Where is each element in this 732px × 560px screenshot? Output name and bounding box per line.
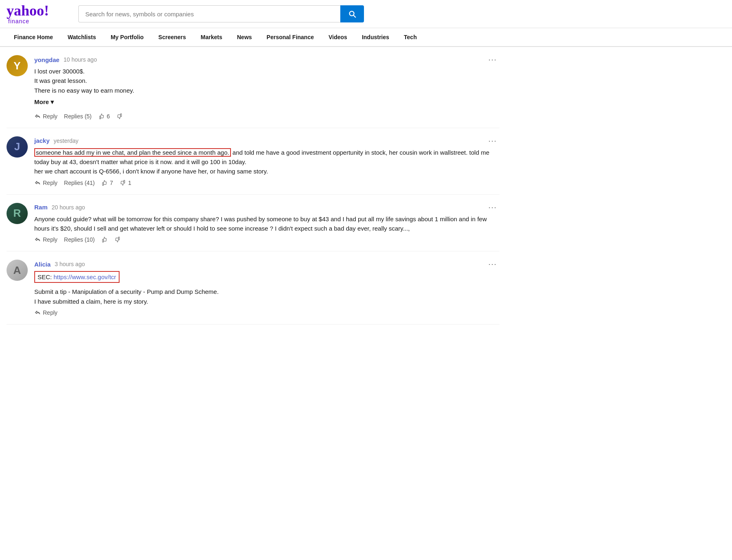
comment-ram: R Ram 20 hours ago ··· Anyone could guid… bbox=[7, 195, 499, 252]
avatar-jacky: J bbox=[7, 136, 28, 158]
yahoo-logo: yahoo! bbox=[7, 3, 49, 18]
comments-section: Y yongdae 10 hours ago ··· I lost over 3… bbox=[0, 47, 506, 324]
comment-actions-ram: Reply Replies (10) bbox=[34, 236, 499, 243]
reply-button-yongdae[interactable]: Reply bbox=[34, 113, 58, 120]
replies-count-ram: Replies (10) bbox=[64, 236, 95, 243]
comment-actions-alicia: Reply bbox=[34, 309, 499, 316]
comment-header-jacky: jacky yesterday ··· bbox=[34, 136, 499, 145]
reply-button-alicia[interactable]: Reply bbox=[34, 309, 58, 316]
reply-icon bbox=[34, 236, 41, 243]
author-ram: Ram bbox=[34, 204, 48, 211]
more-options-button-yongdae[interactable]: ··· bbox=[486, 55, 499, 64]
author-alicia: Alicia bbox=[34, 261, 51, 268]
time-ram: 20 hours ago bbox=[52, 204, 85, 211]
replies-count-jacky: Replies (41) bbox=[64, 180, 95, 186]
comment-text-ram: Anyone could guide? what will be tomorro… bbox=[34, 214, 499, 233]
more-options-button-jacky[interactable]: ··· bbox=[486, 136, 499, 145]
nav-industries[interactable]: Industries bbox=[355, 28, 397, 46]
avatar-yongdae: Y bbox=[7, 55, 28, 76]
page-header: yahoo! finance bbox=[0, 0, 732, 28]
nav-personal-finance[interactable]: Personal Finance bbox=[259, 28, 321, 46]
comment-text-alicia: SEC: https://www.sec.gov/tcr Submit a ti… bbox=[34, 271, 499, 306]
search-icon bbox=[348, 9, 357, 18]
reply-icon bbox=[34, 180, 41, 186]
main-nav: Finance Home Watchlists My Portfolio Scr… bbox=[0, 28, 732, 47]
reply-icon bbox=[34, 113, 41, 120]
more-options-button-ram[interactable]: ··· bbox=[486, 203, 499, 212]
search-bar bbox=[78, 5, 364, 22]
nav-news[interactable]: News bbox=[230, 28, 260, 46]
comment-alicia: A Alicia 3 hours ago ··· SEC: https://ww… bbox=[7, 251, 499, 324]
thumbup-icon bbox=[101, 236, 108, 243]
comment-text-yongdae: I lost over 30000$. It was great lesson.… bbox=[34, 67, 499, 95]
more-toggle-yongdae[interactable]: More ▾ bbox=[34, 98, 54, 106]
nav-screeners[interactable]: Screeners bbox=[151, 28, 193, 46]
like-button-jacky[interactable]: 7 bbox=[101, 180, 113, 186]
comment-body-yongdae: yongdae 10 hours ago ··· I lost over 300… bbox=[34, 55, 499, 120]
nav-my-portfolio[interactable]: My Portfolio bbox=[103, 28, 151, 46]
reply-button-ram[interactable]: Reply bbox=[34, 236, 58, 243]
comment-body-jacky: jacky yesterday ··· someone has add my i… bbox=[34, 136, 499, 186]
time-jacky: yesterday bbox=[54, 138, 79, 144]
nav-watchlists[interactable]: Watchlists bbox=[60, 28, 104, 46]
dislike-button-ram[interactable] bbox=[114, 236, 121, 243]
author-yongdae: yongdae bbox=[34, 56, 60, 63]
search-input[interactable] bbox=[78, 5, 340, 22]
comment-header-ram: Ram 20 hours ago ··· bbox=[34, 203, 499, 212]
comment-header-alicia: Alicia 3 hours ago ··· bbox=[34, 260, 499, 269]
nav-videos[interactable]: Videos bbox=[321, 28, 355, 46]
dislike-button-jacky[interactable]: 1 bbox=[120, 180, 131, 186]
sec-prefix: SEC: bbox=[38, 273, 53, 280]
comment-header-yongdae: yongdae 10 hours ago ··· bbox=[34, 55, 499, 64]
finance-label: finance bbox=[8, 18, 29, 24]
dislike-button-yongdae[interactable] bbox=[116, 113, 123, 120]
thumbdown-icon bbox=[116, 113, 123, 120]
search-button[interactable] bbox=[340, 5, 364, 22]
comment-actions-jacky: Reply Replies (41) 7 1 bbox=[34, 180, 499, 186]
thumbdown-icon bbox=[120, 180, 126, 186]
sec-box: SEC: https://www.sec.gov/tcr bbox=[34, 271, 120, 283]
thumbdown-icon bbox=[114, 236, 121, 243]
nav-finance-home[interactable]: Finance Home bbox=[7, 28, 60, 46]
comment-yongdae: Y yongdae 10 hours ago ··· I lost over 3… bbox=[7, 47, 499, 128]
thumbup-icon bbox=[101, 180, 108, 186]
like-button-ram[interactable] bbox=[101, 236, 108, 243]
avatar-ram: R bbox=[7, 203, 28, 224]
time-yongdae: 10 hours ago bbox=[64, 56, 97, 63]
more-options-button-alicia[interactable]: ··· bbox=[486, 260, 499, 269]
logo: yahoo! finance bbox=[7, 3, 72, 24]
thumbup-icon bbox=[98, 113, 105, 120]
comment-body-ram: Ram 20 hours ago ··· Anyone could guide?… bbox=[34, 203, 499, 243]
replies-count-yongdae: Replies (5) bbox=[64, 113, 92, 120]
reply-button-jacky[interactable]: Reply bbox=[34, 180, 58, 186]
nav-markets[interactable]: Markets bbox=[193, 28, 230, 46]
comment-actions-yongdae: Reply Replies (5) 6 bbox=[34, 113, 499, 120]
time-alicia: 3 hours ago bbox=[55, 261, 85, 267]
comment-text-jacky: someone has add my in we chat, and plan … bbox=[34, 148, 499, 176]
like-button-yongdae[interactable]: 6 bbox=[98, 113, 110, 120]
comment-body-alicia: Alicia 3 hours ago ··· SEC: https://www.… bbox=[34, 260, 499, 316]
avatar-alicia: A bbox=[7, 260, 28, 281]
author-jacky: jacky bbox=[34, 137, 50, 144]
nav-tech[interactable]: Tech bbox=[397, 28, 424, 46]
comment-jacky: J jacky yesterday ··· someone has add my… bbox=[7, 128, 499, 195]
sec-link[interactable]: https://www.sec.gov/tcr bbox=[53, 273, 116, 280]
highlighted-text-jacky: someone has add my in we chat, and plan … bbox=[34, 148, 231, 157]
reply-icon bbox=[34, 309, 41, 316]
